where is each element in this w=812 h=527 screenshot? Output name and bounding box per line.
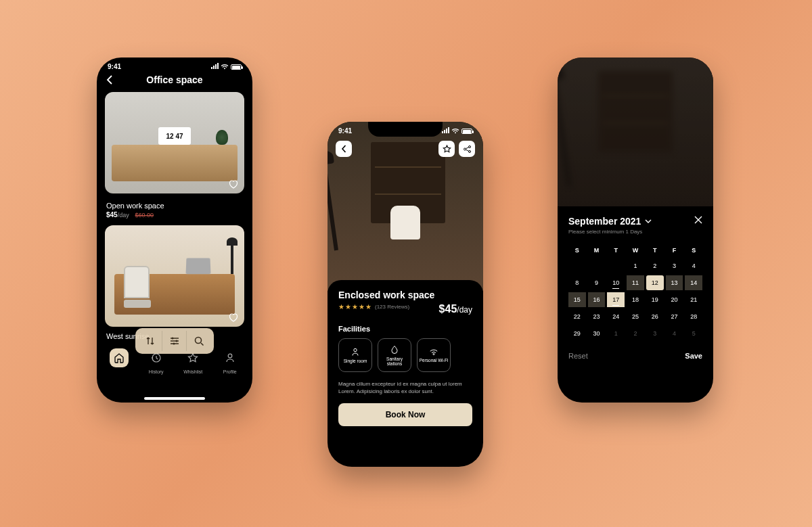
- calendar-day[interactable]: 26: [646, 309, 664, 324]
- favorite-button[interactable]: [438, 141, 455, 157]
- hero-image: 9:41: [328, 122, 483, 291]
- month-selector[interactable]: September 2021: [568, 216, 652, 227]
- status-time: 9:41: [338, 127, 352, 135]
- svg-point-6: [464, 148, 466, 150]
- filter-icon: [170, 337, 179, 345]
- calendar-day[interactable]: 11: [627, 275, 644, 290]
- calendar-day[interactable]: 19: [646, 292, 664, 307]
- phone-calendar: September 2021 Please select minimum 1 D…: [558, 58, 713, 403]
- close-icon: [694, 216, 702, 224]
- save-button[interactable]: Save: [685, 352, 702, 360]
- calendar-day[interactable]: 14: [685, 275, 702, 290]
- dow-label: F: [666, 244, 683, 256]
- close-button[interactable]: [694, 216, 702, 224]
- back-button[interactable]: [336, 141, 352, 157]
- star-icon: [443, 145, 451, 154]
- nav-profile[interactable]: Profile: [221, 348, 240, 374]
- dow-label: M: [588, 244, 606, 256]
- dow-label: W: [627, 244, 644, 256]
- facilities-heading: Facilities: [338, 325, 472, 333]
- battery-icon: [231, 64, 242, 70]
- calendar-day[interactable]: 20: [666, 292, 683, 307]
- dow-label: S: [568, 244, 586, 256]
- calendar-day[interactable]: 22: [568, 309, 586, 324]
- favorite-button[interactable]: [228, 179, 239, 189]
- dow-label: S: [685, 244, 702, 256]
- nav-home[interactable]: Home: [110, 348, 129, 374]
- reset-button[interactable]: Reset: [568, 352, 588, 360]
- dow-label: T: [646, 244, 664, 256]
- calendar-day[interactable]: 2: [627, 326, 644, 341]
- calendar-day[interactable]: 1: [627, 258, 644, 273]
- svg-point-0: [171, 338, 173, 340]
- svg-point-9: [354, 348, 357, 351]
- calendar-day[interactable]: 13: [666, 275, 683, 290]
- calendar-day[interactable]: 2: [646, 258, 664, 273]
- calendar-day[interactable]: 29: [568, 326, 586, 341]
- facility-item: Personal Wi-Fi: [417, 338, 451, 372]
- heart-icon: [228, 179, 239, 189]
- svg-point-2: [173, 343, 175, 345]
- svg-point-1: [175, 340, 177, 342]
- calendar-day[interactable]: 16: [588, 292, 606, 307]
- calendar-day: [588, 258, 606, 273]
- battery-icon: [461, 129, 472, 134]
- calendar-day[interactable]: 21: [685, 292, 702, 307]
- review-count: (123 Reviews): [375, 304, 409, 310]
- listing-card[interactable]: [105, 225, 244, 327]
- calendar-day[interactable]: 8: [568, 275, 586, 290]
- calendar-day[interactable]: 10: [607, 275, 625, 290]
- calendar-day[interactable]: 9: [588, 275, 606, 290]
- dow-label: T: [607, 244, 625, 256]
- status-bar: 9:41: [97, 58, 252, 72]
- svg-point-8: [468, 150, 470, 152]
- calendar-day[interactable]: 4: [666, 326, 683, 341]
- heart-icon: [228, 313, 239, 323]
- listing-image: 12 47: [105, 92, 244, 193]
- person-icon: [351, 347, 360, 357]
- calendar-day[interactable]: 5: [685, 326, 702, 341]
- action-bar: [135, 328, 214, 354]
- phone-detail: 9:41 Enclosed work space ★★★★★ (123 Revi…: [328, 122, 483, 467]
- facility-item: Single room: [338, 338, 372, 372]
- signal-icon: [441, 127, 449, 135]
- filter-button[interactable]: [162, 331, 187, 351]
- svg-point-5: [228, 354, 232, 358]
- favorite-button[interactable]: [228, 313, 239, 323]
- chevron-left-icon: [341, 145, 346, 153]
- calendar-day[interactable]: 3: [646, 326, 664, 341]
- calendar-day[interactable]: 30: [588, 326, 606, 341]
- listing-card[interactable]: 12 47: [105, 92, 244, 193]
- calendar-day[interactable]: 27: [666, 309, 683, 324]
- home-icon: [114, 352, 125, 363]
- selection-hint: Please select minimum 1 Days: [568, 229, 652, 235]
- calendar-day[interactable]: 25: [627, 309, 644, 324]
- search-button[interactable]: [187, 331, 211, 351]
- book-button[interactable]: Book Now: [338, 403, 472, 426]
- calendar-day[interactable]: 3: [666, 258, 683, 273]
- blurred-background: [558, 58, 713, 206]
- listing-price: $45: [106, 211, 118, 219]
- share-button[interactable]: [459, 141, 475, 157]
- calendar-day[interactable]: 23: [588, 309, 606, 324]
- calendar-day[interactable]: 17: [607, 292, 625, 307]
- wifi-icon: [429, 348, 438, 356]
- description: Magna cillum excepteur id ex magna culpa…: [338, 380, 472, 395]
- calendar-day[interactable]: 28: [685, 309, 702, 324]
- listing-old-price: $60.00: [135, 212, 154, 219]
- history-icon: [151, 352, 162, 363]
- profile-icon: [225, 352, 235, 363]
- status-time: 9:41: [108, 63, 121, 70]
- svg-point-7: [468, 145, 470, 147]
- calendar-day: [568, 258, 586, 273]
- calendar-grid: SMTWTFS123489101112131415161718192021222…: [568, 244, 702, 341]
- calendar-day[interactable]: 12: [646, 275, 664, 290]
- search-icon: [194, 336, 204, 346]
- calendar-day[interactable]: 24: [607, 309, 625, 324]
- detail-price-per: /day: [457, 305, 472, 315]
- sort-button[interactable]: [138, 331, 162, 351]
- calendar-day[interactable]: 15: [568, 292, 586, 307]
- calendar-day[interactable]: 1: [607, 326, 625, 341]
- calendar-day[interactable]: 4: [685, 258, 702, 273]
- calendar-day[interactable]: 18: [627, 292, 644, 307]
